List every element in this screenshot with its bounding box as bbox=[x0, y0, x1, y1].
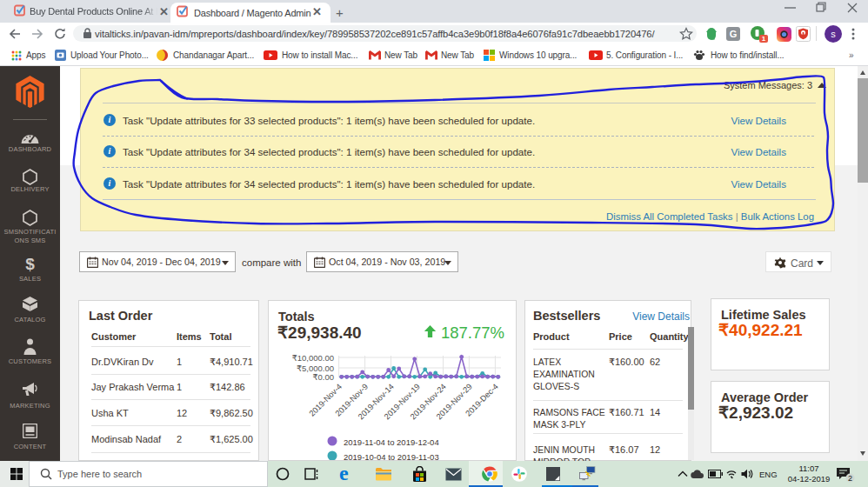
svg-text:1: 1 bbox=[762, 35, 766, 43]
svg-text:2: 2 bbox=[848, 474, 852, 483]
svg-text:₹0.00: ₹0.00 bbox=[312, 372, 334, 382]
svg-text:₹10,000.00: ₹10,000.00 bbox=[292, 353, 334, 363]
svg-text:₹5,000.00: ₹5,000.00 bbox=[297, 364, 334, 373]
svg-text:2019-11-04 to 2019-12-04: 2019-11-04 to 2019-12-04 bbox=[344, 437, 439, 447]
svg-text:2019-10-04 to 2019-11-03: 2019-10-04 to 2019-11-03 bbox=[344, 452, 439, 461]
